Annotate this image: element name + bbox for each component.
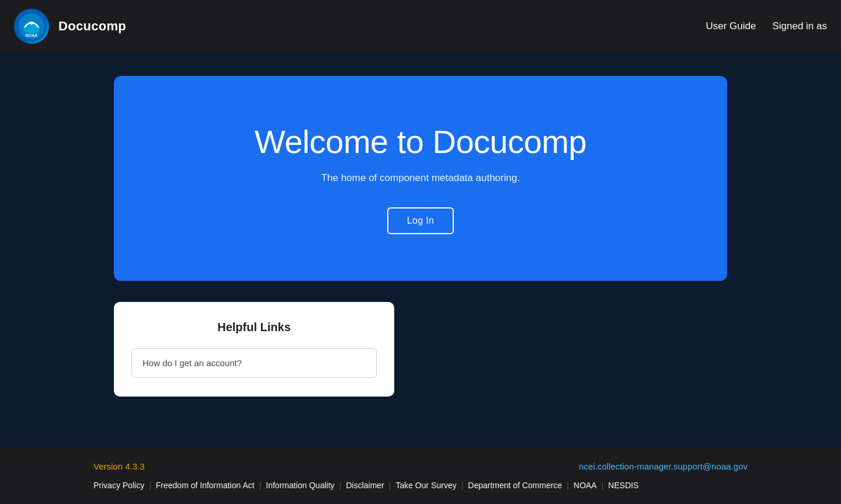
footer-divider-2: | xyxy=(339,481,342,490)
login-button[interactable]: Log In xyxy=(387,207,454,234)
footer-link-1[interactable]: Freedom of Information Act xyxy=(156,481,255,490)
footer-link-0[interactable]: Privacy Policy xyxy=(93,481,144,490)
footer-divider-6: | xyxy=(602,481,604,490)
user-guide-link[interactable]: User Guide xyxy=(706,20,756,32)
footer-link-7[interactable]: NESDIS xyxy=(608,481,638,490)
footer: Version 4.3.3 ncei.collection-manager.su… xyxy=(0,447,841,504)
footer-link-5[interactable]: Department of Commerce xyxy=(468,481,562,490)
footer-divider-5: | xyxy=(567,481,569,490)
footer-link-3[interactable]: Disclaimer xyxy=(346,481,384,490)
helpful-links-item[interactable]: How do I get an account? xyxy=(131,348,377,378)
footer-divider-3: | xyxy=(389,481,391,490)
footer-link-4[interactable]: Take Our Survey xyxy=(395,481,456,490)
signed-in-label: Signed in as xyxy=(772,20,827,32)
app-header: NOAA Docucomp User Guide Signed in as xyxy=(0,0,841,53)
app-title: Docucomp xyxy=(58,19,126,34)
footer-divider-4: | xyxy=(461,481,464,490)
hero-title: Welcome to Docucomp xyxy=(255,123,586,161)
footer-links: Privacy Policy|Freedom of Information Ac… xyxy=(93,481,748,490)
hero-card: Welcome to Docucomp The home of componen… xyxy=(114,76,727,281)
footer-divider-1: | xyxy=(259,481,262,490)
footer-version: Version 4.3.3 xyxy=(93,461,145,471)
footer-email[interactable]: ncei.collection-manager.support@noaa.gov xyxy=(579,461,748,471)
header-right: User Guide Signed in as xyxy=(706,20,827,32)
noaa-logo: NOAA xyxy=(14,9,49,44)
svg-text:NOAA: NOAA xyxy=(26,33,38,37)
helpful-links-title: Helpful Links xyxy=(131,321,377,334)
main-content: Welcome to Docucomp The home of componen… xyxy=(0,53,841,447)
helpful-links-card: Helpful Links How do I get an account? xyxy=(114,302,394,397)
footer-link-6[interactable]: NOAA xyxy=(574,481,597,490)
footer-top: Version 4.3.3 ncei.collection-manager.su… xyxy=(93,461,748,471)
header-left: NOAA Docucomp xyxy=(14,9,126,44)
hero-subtitle: The home of component metadata authoring… xyxy=(321,172,520,184)
footer-divider-0: | xyxy=(149,481,151,490)
footer-link-2[interactable]: Information Quality xyxy=(266,481,335,490)
